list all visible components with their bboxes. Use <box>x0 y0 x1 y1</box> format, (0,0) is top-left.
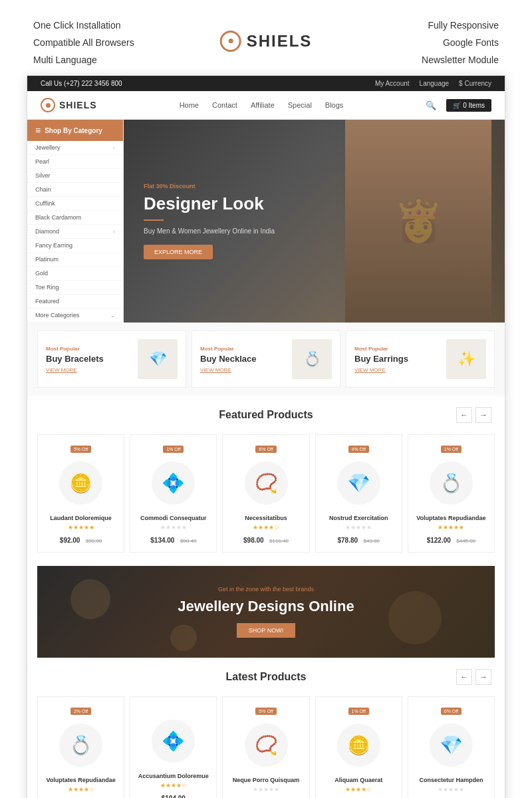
product-badge: 4% Off <box>348 446 369 453</box>
screenshot-wrapper: Call Us (+27) 222 3456 800 My Account La… <box>27 75 505 798</box>
product-old-price: $43.80 <box>364 538 380 544</box>
product-image: 💎 <box>415 718 487 771</box>
product-stars: ★★★★★ <box>137 524 209 531</box>
product-name: Consectetur Hampden <box>415 777 487 783</box>
top-bar: Call Us (+27) 222 3456 800 My Account La… <box>27 76 505 91</box>
popular-link[interactable]: VIEW MORE <box>200 367 285 373</box>
featured-product-0: 5% Off 🪙 Laudant Doloremique ★★★★★ $92.0… <box>37 434 124 553</box>
popular-label: Most Popular <box>46 346 131 352</box>
feature-item: Google Fonts <box>422 37 499 48</box>
popular-section: Most Popular Buy Bracelets VIEW MORE 💎 M… <box>27 323 505 396</box>
latest-products-grid: 2% Off 💍 Voluptates Repudiandae ★★★★☆ $1… <box>27 690 505 798</box>
sidebar-item-chain[interactable]: Chain <box>27 183 123 197</box>
featured-product-4: 1% Off 💍 Voluptates Repudiandae ★★★★★ $1… <box>408 434 495 553</box>
product-price: $122.00 <box>427 537 451 544</box>
featured-product-2: 6% Off 📿 Necessitatibus ★★★★☆ $98.00 $11… <box>222 434 309 553</box>
explore-button[interactable]: EXPLORE MORE <box>144 245 213 259</box>
popular-link[interactable]: VIEW MORE <box>354 367 440 373</box>
product-pricing: $104.00 <box>137 791 209 798</box>
nav-affiliate[interactable]: Affiliate <box>251 101 275 109</box>
my-account[interactable]: My Account <box>375 80 410 87</box>
product-stars: ★★★★☆ <box>45 786 117 793</box>
nav-blogs[interactable]: Blogs <box>325 101 344 109</box>
logo-icon <box>220 31 241 52</box>
product-old-price: $98.40 <box>180 538 196 544</box>
featured-prev-button[interactable]: ← <box>456 407 472 423</box>
search-icon[interactable]: 🔍 <box>426 100 436 110</box>
latest-prev-button[interactable]: ← <box>456 669 472 685</box>
product-pricing: $122.00 $445.00 <box>415 533 487 545</box>
promo-banner: Get in the zone with the best brands Jew… <box>37 566 495 658</box>
product-stars: ★★★★★ <box>229 786 302 793</box>
nav-actions: 🔍 🛒 0 Items <box>426 99 491 112</box>
sidebar-header: Shop By Category <box>27 120 123 141</box>
featured-product-1: 1% Off 💠 Commodi Consequatur ★★★★★ $134.… <box>130 434 217 553</box>
promo-button[interactable]: SHOP NOW! <box>237 623 295 638</box>
product-stars: ★★★★☆ <box>229 524 302 531</box>
nav-logo: SHIELS <box>41 98 97 112</box>
cart-button[interactable]: 🛒 0 Items <box>446 99 491 112</box>
currency-selector[interactable]: $ Currency <box>459 80 491 87</box>
sidebar-item-toe-ring[interactable]: Toe Ring <box>27 281 123 295</box>
section-header-latest: Latest Products ← → <box>27 658 505 690</box>
product-name: Necessitatibus <box>229 515 302 521</box>
promo-title: Jewellery Designs Online <box>178 598 354 615</box>
sidebar-item-diamond[interactable]: Diamond› <box>27 225 123 239</box>
latest-title: Latest Products <box>226 671 307 683</box>
product-image: 💍 <box>45 718 117 771</box>
nav-special[interactable]: Special <box>288 101 312 109</box>
nav-contact[interactable]: Contact <box>212 101 237 109</box>
sidebar-item-more-categories[interactable]: More Categories⌄ <box>27 309 123 323</box>
product-stars: ★★★★★ <box>45 524 117 531</box>
sidebar-item-pearl[interactable]: Pearl <box>27 155 123 169</box>
nav-home[interactable]: Home <box>180 101 199 109</box>
product-name: Accusantium Doloremue <box>137 773 209 779</box>
product-pricing: $110.00 $49.80 <box>415 795 487 798</box>
sidebar-item-gold[interactable]: Gold <box>27 267 123 281</box>
popular-title: Buy Bracelets <box>46 354 131 364</box>
popular-label: Most Popular <box>354 346 440 352</box>
sidebar-item-silver[interactable]: Silver <box>27 169 123 183</box>
language-selector[interactable]: Language <box>420 80 450 87</box>
product-image: 💠 <box>137 714 209 767</box>
product-image: 📿 <box>229 456 302 509</box>
product-pricing: $134.00 $98.40 <box>137 533 209 545</box>
popular-card-bracelets: Most Popular Buy Bracelets VIEW MORE 💎 <box>37 331 186 388</box>
sidebar-item-fancy-earring[interactable]: Fancy Earring <box>27 239 123 253</box>
product-badge: 1% Off <box>441 446 462 453</box>
product-name: Voluptates Repudiandae <box>45 777 117 783</box>
product-stars: ★★★★★ <box>323 524 395 531</box>
product-price: $98.00 <box>243 537 264 544</box>
latest-next-button[interactable]: → <box>475 669 491 685</box>
featured-nav-arrows: ← → <box>456 407 491 423</box>
popular-image-necklace: 💍 <box>292 339 332 379</box>
product-pricing: $98.00 $118.40 <box>229 533 302 545</box>
featured-product-3: 4% Off 💎 Nostrud Exercitation ★★★★★ $78.… <box>315 434 402 553</box>
featured-next-button[interactable]: → <box>475 407 491 423</box>
sidebar-item-platinum[interactable]: Platinum <box>27 253 123 267</box>
product-pricing: $92.00 $98.00 <box>45 533 117 545</box>
latest-product-1: 💠 Accusantium Doloremue ★★★★☆ $104.00 <box>130 696 217 798</box>
sidebar-item-cufflink[interactable]: Cufflink <box>27 197 123 211</box>
logo-text: SHIELS <box>247 32 313 51</box>
popular-image-bracelets: 💎 <box>138 339 178 379</box>
product-old-price: $118.40 <box>269 538 289 544</box>
hero-model-image: 👸 <box>345 120 491 323</box>
sidebar-item-jewellery[interactable]: Jewellery› <box>27 141 123 155</box>
bokeh-2 <box>388 591 442 644</box>
phone-number: Call Us (+27) 222 3456 800 <box>41 80 122 87</box>
product-stars: ★★★★★ <box>415 786 487 793</box>
nav-logo-icon <box>41 98 55 112</box>
hero-title: Designer Look <box>144 194 275 214</box>
sidebar-item-featured[interactable]: Featured <box>27 295 123 309</box>
promo-content: Get in the zone with the best brands Jew… <box>178 586 354 638</box>
product-price: $104.00 <box>162 795 186 798</box>
hero-subtitle: Buy Men & Women Jewellery Online in Indi… <box>144 227 275 235</box>
nav-links: Home Contact Affiliate Special Blogs <box>180 101 344 109</box>
product-pricing: $85.00 $98.00 <box>229 795 302 798</box>
features-left: One Click Installation Compatible All Br… <box>33 20 134 65</box>
popular-link[interactable]: VIEW MORE <box>46 367 131 373</box>
product-name: Nostrud Exercitation <box>323 515 395 521</box>
sidebar-item-black-cardamom[interactable]: Black Cardamom <box>27 211 123 225</box>
latest-section: Latest Products ← → 2% Off 💍 Voluptates … <box>27 658 505 798</box>
